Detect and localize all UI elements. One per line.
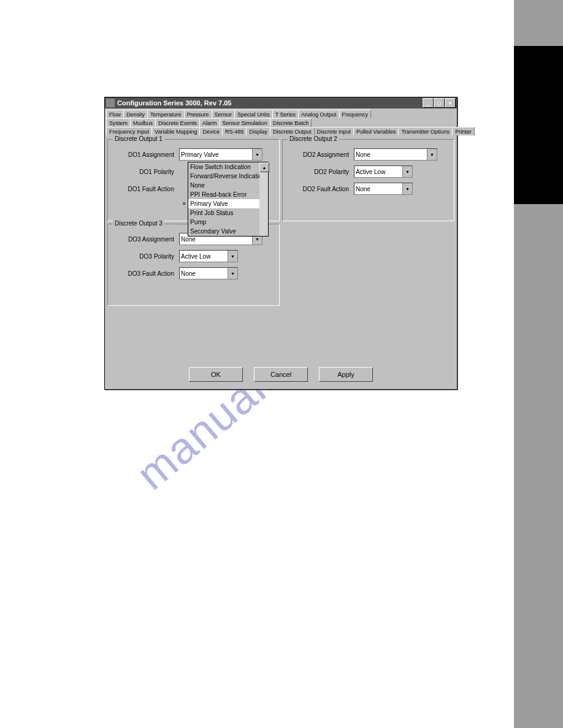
- do1-polarity-label: DO1 Polarity: [113, 169, 179, 175]
- maximize-button[interactable]: □: [434, 98, 445, 108]
- group-do2-title: Discrete Output 2: [288, 135, 339, 142]
- chevron-down-icon[interactable]: [228, 268, 237, 279]
- close-button[interactable]: ×: [445, 98, 456, 108]
- tab-modbus[interactable]: Modbus: [130, 118, 156, 127]
- window-title: Configuration Series 3000, Rev 7.05: [117, 99, 423, 107]
- do2-polarity-value: Active Low: [356, 169, 385, 175]
- do3-polarity-combo[interactable]: Active Low: [179, 250, 238, 262]
- tab-special-units[interactable]: Special Units: [234, 110, 273, 118]
- group-do2: Discrete Output 2 DO2 Assignment None DO…: [282, 139, 454, 221]
- tab-display[interactable]: Display: [246, 127, 270, 135]
- app-icon: [106, 99, 115, 107]
- do1-assignment-label: DO1 Assignment: [113, 151, 179, 158]
- do3-polarity-value: Active Low: [181, 253, 210, 260]
- dropdown-scrollbar[interactable]: ▲: [259, 162, 268, 236]
- tab-discrete-output[interactable]: Discrete Output: [270, 127, 315, 136]
- tab-discrete-batch[interactable]: Discrete Batch: [270, 118, 312, 127]
- do3-assignment-label: DO3 Assignment: [113, 236, 179, 243]
- dropdown-option[interactable]: None: [188, 181, 268, 190]
- tab-sensor-simulation[interactable]: Sensor Simulation: [220, 118, 270, 127]
- chevron-down-icon[interactable]: [427, 149, 437, 160]
- window-titlebar: Configuration Series 3000, Rev 7.05 _ □ …: [105, 97, 457, 108]
- tab-strip: Flow Density Temperature Pressure Sensor…: [106, 110, 456, 135]
- chevron-down-icon[interactable]: [402, 183, 412, 194]
- dropdown-option[interactable]: PPI Read-back Error: [188, 190, 268, 199]
- do2-polarity-label: DO2 Polarity: [288, 169, 354, 175]
- tab-analog-output[interactable]: Analog Output: [298, 110, 340, 118]
- tab-transmitter-options[interactable]: Transmitter Options: [398, 127, 453, 135]
- tab-temperature[interactable]: Temperature: [147, 110, 185, 118]
- minimize-button[interactable]: _: [423, 98, 434, 108]
- do1-assignment-combo[interactable]: Primary Valve: [179, 148, 262, 161]
- do2-assignment-combo[interactable]: None: [354, 148, 437, 161]
- do2-fault-combo[interactable]: None: [354, 183, 413, 195]
- tab-t-series[interactable]: T Series: [272, 110, 299, 118]
- chevron-down-icon[interactable]: [252, 149, 262, 160]
- tab-discrete-events[interactable]: Discrete Events: [155, 118, 200, 127]
- dropdown-option[interactable]: Print Job Status: [188, 208, 268, 218]
- tab-frequency[interactable]: Frequency: [339, 110, 372, 118]
- dropdown-option[interactable]: Pump: [188, 218, 268, 227]
- chevron-down-icon[interactable]: [402, 166, 412, 177]
- sidebar-black-strip: [514, 46, 563, 204]
- config-window: Configuration Series 3000, Rev 7.05 _ □ …: [104, 97, 458, 390]
- dropdown-option[interactable]: Flow Switch Indication: [188, 162, 268, 172]
- tab-printer[interactable]: Printer: [452, 127, 475, 135]
- tab-discrete-input[interactable]: Discrete Input: [314, 127, 354, 135]
- dropdown-option[interactable]: Forward/Reverse Indication: [188, 172, 268, 181]
- do2-fault-value: None: [356, 186, 370, 192]
- do3-assignment-value: None: [181, 236, 196, 243]
- tab-sensor[interactable]: Sensor: [212, 110, 236, 118]
- group-do1-title: Discrete Output 1: [113, 135, 164, 142]
- dropdown-option[interactable]: Secondary Valve: [188, 227, 268, 236]
- do2-assignment-value: None: [356, 151, 370, 158]
- tab-density[interactable]: Density: [123, 110, 148, 118]
- scroll-up-icon[interactable]: ▲: [259, 162, 269, 172]
- tab-device[interactable]: Device: [199, 127, 223, 135]
- apply-button[interactable]: Apply: [319, 367, 373, 382]
- dialog-button-row: OK Cancel Apply: [106, 361, 456, 388]
- group-do3-title: Discrete Output 3: [113, 220, 164, 227]
- tab-variable-mapping[interactable]: Variable Mapping: [151, 127, 200, 135]
- dropdown-option-selected[interactable]: Primary Valve: [188, 199, 268, 208]
- do2-polarity-combo[interactable]: Active Low: [354, 165, 413, 178]
- group-do1: Discrete Output 1 DO1 Assignment Primary…: [107, 139, 280, 221]
- do3-polarity-label: DO3 Polarity: [113, 253, 179, 260]
- do3-fault-label: DO3 Fault Action: [113, 270, 179, 277]
- tab-flow[interactable]: Flow: [106, 110, 124, 118]
- chevron-down-icon[interactable]: [228, 251, 237, 262]
- do3-fault-value: None: [181, 270, 196, 277]
- tab-polled-variables[interactable]: Polled Variables: [353, 127, 399, 135]
- do1-assignment-value: Primary Valve: [181, 151, 219, 158]
- do2-fault-label: DO2 Fault Action: [288, 186, 354, 192]
- tab-pressure[interactable]: Pressure: [184, 110, 212, 118]
- cancel-button[interactable]: Cancel: [254, 367, 308, 382]
- tab-system[interactable]: System: [106, 118, 131, 127]
- do3-fault-combo[interactable]: None: [179, 267, 238, 279]
- tab-alarm[interactable]: Alarm: [199, 118, 220, 127]
- tab-frequency-input[interactable]: Frequency Input: [106, 127, 152, 135]
- do1-fault-label: DO1 Fault Action: [113, 186, 179, 192]
- tab-rs485[interactable]: RS-485: [222, 127, 247, 135]
- ok-button[interactable]: OK: [189, 367, 243, 382]
- do2-assignment-label: DO2 Assignment: [288, 151, 354, 158]
- do1-assignment-dropdown[interactable]: Flow Switch Indication Forward/Reverse I…: [188, 162, 269, 237]
